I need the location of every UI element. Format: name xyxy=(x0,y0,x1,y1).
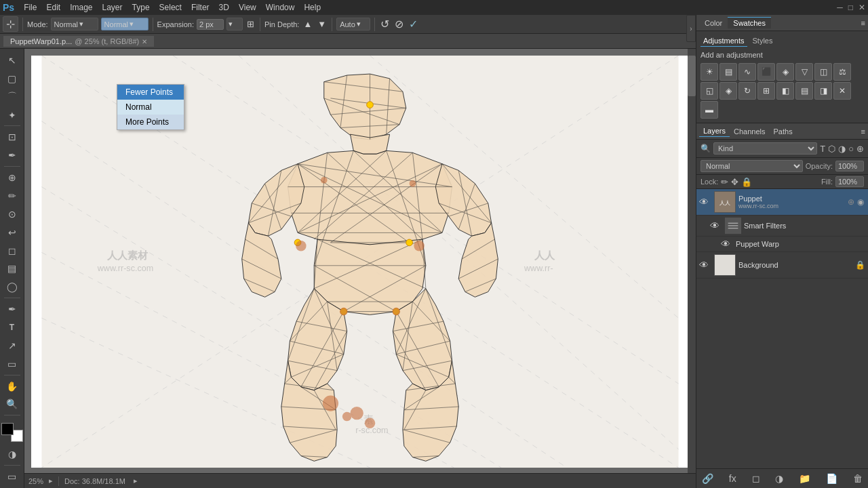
tab-swatches[interactable]: Swatches xyxy=(728,17,771,28)
adj-invert-icon[interactable]: ⊞ xyxy=(757,82,775,100)
marquee-tool[interactable]: ▢ xyxy=(3,70,22,87)
adj-threshold-icon[interactable]: ▤ xyxy=(795,82,813,100)
tab-layers[interactable]: Layers xyxy=(699,125,730,137)
path-select-tool[interactable]: ↗ xyxy=(3,337,22,354)
dodge-tool[interactable]: ◯ xyxy=(3,278,22,296)
menu-layer[interactable]: Layer xyxy=(98,1,127,14)
lock-pixels-icon[interactable]: ✏ xyxy=(721,177,728,187)
menu-type[interactable]: Type xyxy=(128,1,154,14)
grid-icon[interactable]: ⊞ xyxy=(245,18,256,30)
tab-paths[interactable]: Paths xyxy=(770,126,797,137)
canvas-vertical-scrollbar[interactable] xyxy=(688,49,696,473)
menu-view[interactable]: View xyxy=(235,1,260,14)
window-close[interactable]: ✕ xyxy=(859,3,865,12)
adj-channel-mixer-icon[interactable]: ◈ xyxy=(719,82,737,100)
adj-curves-icon[interactable]: ∿ xyxy=(738,63,756,81)
layer-item-puppet[interactable]: 👁 人人 Puppet www.rr-sc.com ⊕ ◉ xyxy=(696,189,868,216)
opacity-input[interactable] xyxy=(835,161,864,171)
mode-select[interactable]: Normal ▾ xyxy=(51,18,98,30)
confirm-button[interactable]: ✓ xyxy=(408,16,419,32)
menu-file[interactable]: File xyxy=(20,1,41,14)
layer-adjustment-button[interactable]: ◑ xyxy=(774,472,785,485)
wand-tool[interactable]: ✦ xyxy=(3,106,22,124)
pin-depth-down-button[interactable]: ▼ xyxy=(316,18,328,30)
window-maximize[interactable]: □ xyxy=(848,3,853,12)
adj-selective-color-icon[interactable]: ✕ xyxy=(833,82,851,100)
expansion-input[interactable] xyxy=(197,19,224,30)
rotate-select[interactable]: Auto ▾ xyxy=(336,18,370,30)
adj-bar-icon[interactable]: ▬ xyxy=(701,101,718,119)
layer-item-background[interactable]: 👁 Background 🔒 xyxy=(696,252,868,279)
crop-tool[interactable]: ⊡ xyxy=(3,128,22,146)
quick-mask-button[interactable]: ◑ xyxy=(3,445,22,463)
pin-depth-up-button[interactable]: ▲ xyxy=(302,18,313,30)
lock-all-icon[interactable]: 🔒 xyxy=(741,177,752,187)
lock-position-icon[interactable]: ✥ xyxy=(731,177,738,187)
adj-hsl-icon[interactable]: ▽ xyxy=(795,63,813,81)
shape-tool[interactable]: ▭ xyxy=(3,355,22,373)
tab-channels[interactable]: Channels xyxy=(730,126,769,137)
menu-3d[interactable]: 3D xyxy=(215,1,233,14)
expansion-unit-select[interactable]: ▾ xyxy=(226,18,243,30)
adj-photo-filter-icon[interactable]: ◱ xyxy=(701,82,718,100)
layer-item-puppet-warp[interactable]: 👁 Puppet Warp xyxy=(696,237,868,252)
status-bar-info-icon[interactable]: ▸ xyxy=(134,476,138,485)
adj-vibrance-icon[interactable]: ◈ xyxy=(776,63,794,81)
undo-button[interactable]: ↺ xyxy=(379,16,391,32)
lasso-tool[interactable]: ⌒ xyxy=(3,88,22,106)
panel-collapse-button[interactable]: › xyxy=(686,15,696,42)
eraser-tool[interactable]: ◻ xyxy=(3,242,22,260)
cancel-button[interactable]: ⊘ xyxy=(393,16,405,32)
blend-mode-select[interactable]: Normal xyxy=(701,160,803,172)
layer-new-button[interactable]: 📄 xyxy=(825,472,839,485)
menu-select[interactable]: Select xyxy=(155,1,186,14)
tab-styles[interactable]: Styles xyxy=(750,35,776,47)
dropdown-item-fewer-points[interactable]: Fewer Points xyxy=(117,85,184,100)
menu-help[interactable]: Help xyxy=(300,1,325,14)
layer-fx-button[interactable]: fx xyxy=(728,472,738,485)
current-tool-icon[interactable]: ⊹ xyxy=(3,16,18,32)
filter-smartobject-icon[interactable]: ⊕ xyxy=(856,144,864,154)
layer-vis-puppet-warp[interactable]: 👁 xyxy=(721,239,733,249)
adj-exposure-icon[interactable]: ⬛ xyxy=(757,63,775,81)
layers-filter-select[interactable]: Kind xyxy=(713,142,817,155)
adj-color-lookup-icon[interactable]: ↻ xyxy=(738,82,756,100)
layer-delete-button[interactable]: 🗑 xyxy=(852,472,864,485)
menu-window[interactable]: Window xyxy=(262,1,299,14)
filter-type-text[interactable]: T xyxy=(820,144,825,154)
menu-edit[interactable]: Edit xyxy=(42,1,64,14)
doc-tab-close[interactable]: ✕ xyxy=(142,38,147,45)
layer-vis-background[interactable]: 👁 xyxy=(699,260,711,270)
pen-tool[interactable]: ✒ xyxy=(3,300,22,318)
move-tool[interactable]: ↖ xyxy=(3,52,22,69)
window-minimize[interactable]: ─ xyxy=(837,3,843,12)
gradient-tool[interactable]: ▤ xyxy=(3,260,22,277)
adj-gradient-map-icon[interactable]: ◨ xyxy=(814,82,832,100)
type-tool[interactable]: T xyxy=(3,319,22,336)
color-panel-options[interactable]: ≡ xyxy=(861,19,865,27)
brush-tool[interactable]: ✏ xyxy=(3,187,22,205)
eyedropper-tool[interactable]: ✒ xyxy=(3,146,22,164)
point-density-select[interactable]: Normal ▾ xyxy=(101,18,149,30)
layer-item-smart-filters[interactable]: 👁 Smart Filters xyxy=(696,216,868,237)
filter-color-icon[interactable]: ○ xyxy=(848,144,854,154)
filter-adjustment-icon[interactable]: ◑ xyxy=(838,144,846,154)
layer-vis-smart-filters[interactable]: 👁 xyxy=(710,220,722,231)
adj-levels-icon[interactable]: ▤ xyxy=(719,63,737,81)
menu-image[interactable]: Image xyxy=(66,1,96,14)
dropdown-item-normal[interactable]: Normal xyxy=(117,100,184,115)
hand-tool[interactable]: ✋ xyxy=(3,378,22,395)
tab-adjustments[interactable]: Adjustments xyxy=(701,35,747,47)
adj-brightness-icon[interactable]: ☀ xyxy=(701,63,718,81)
adj-colorbalance-icon[interactable]: ◫ xyxy=(814,63,832,81)
adj-bw-icon[interactable]: ⚖ xyxy=(833,63,851,81)
layer-group-button[interactable]: 📁 xyxy=(797,472,812,485)
layer-link-button[interactable]: 🔗 xyxy=(701,472,715,485)
zoom-tool[interactable]: 🔍 xyxy=(3,395,22,413)
fill-input[interactable] xyxy=(835,176,864,187)
clone-tool[interactable]: ⊙ xyxy=(3,205,22,223)
doc-tab-puppet[interactable]: PuppetWarp01.p... @ 25% (t, RGB/8#) ✕ xyxy=(3,35,155,47)
status-bar-zoom-icon[interactable]: ▸ xyxy=(49,476,53,485)
menu-filter[interactable]: Filter xyxy=(187,1,214,14)
layer-mask-button[interactable]: ◻ xyxy=(751,472,762,485)
